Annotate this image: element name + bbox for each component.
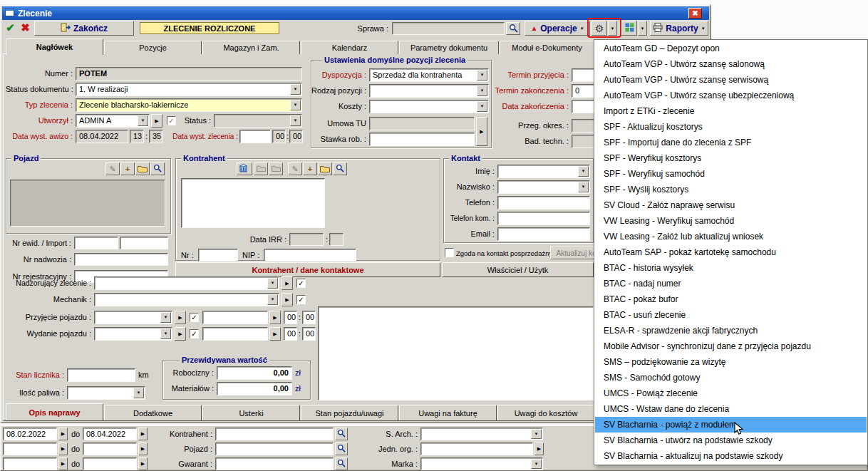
menu-item[interactable]: SPF - Wyślij kosztorys bbox=[595, 182, 867, 197]
stawka-rob-field[interactable] bbox=[369, 133, 475, 146]
menu-item[interactable]: UMCS - Wstaw dane do zlecenia bbox=[595, 401, 867, 417]
typ-zlecenia-select[interactable]: Zlecenie blacharsko-lakiernicze▼ bbox=[76, 98, 302, 112]
dyspozycja-select[interactable]: Sprzedaż dla kontrahenta▼ bbox=[369, 68, 489, 82]
tab-edokumenty[interactable]: Moduł e-Dokumenty bbox=[500, 41, 594, 54]
menu-item[interactable]: Import z ETKi - zlecenie bbox=[595, 103, 867, 119]
kontrahent-search-button[interactable] bbox=[333, 162, 347, 175]
wydanie-hh-field[interactable]: 00 bbox=[284, 327, 297, 341]
filter-pojazd-search-button[interactable] bbox=[335, 442, 348, 455]
close-button[interactable]: ✖ bbox=[688, 8, 702, 19]
date-from-field[interactable]: 08.02.2022 bbox=[3, 428, 57, 440]
jedn-org-field[interactable] bbox=[420, 442, 533, 455]
sarch-select[interactable]: ▼ bbox=[420, 428, 543, 440]
przyjecie-checkbox[interactable]: ✓ bbox=[190, 313, 199, 322]
przyjecie-hh-field[interactable]: 00 bbox=[284, 311, 297, 324]
mechanik-select[interactable]: ▼ bbox=[94, 293, 279, 306]
chevron-down-icon[interactable]: ▼ bbox=[477, 101, 487, 112]
menu-item[interactable]: BTAC - nadaj numer bbox=[595, 276, 867, 291]
chevron-down-icon[interactable]: ▼ bbox=[160, 312, 171, 323]
tab-magazyn[interactable]: Magazyn i Zam. bbox=[202, 41, 300, 54]
zlecenie-date-field[interactable] bbox=[239, 130, 271, 143]
utworzyl-arrow-button[interactable]: ▶ bbox=[151, 114, 162, 128]
chevron-down-icon[interactable]: ▼ bbox=[138, 115, 148, 126]
ilosc-paliwa-select[interactable]: ▼ bbox=[67, 386, 145, 400]
wydanie-date-field[interactable] bbox=[202, 327, 268, 341]
telefon-kom-field[interactable] bbox=[497, 212, 590, 225]
chevron-down-icon[interactable]: ▼ bbox=[160, 328, 171, 339]
mechanik-arrow-button[interactable]: ▶ bbox=[281, 293, 293, 306]
status-checkbox[interactable]: ✓ bbox=[167, 116, 176, 125]
stawka-arrow-button[interactable]: ▶ bbox=[476, 117, 487, 146]
date-to-arrow-button[interactable]: ▶ bbox=[138, 428, 148, 440]
utworzyl-select[interactable]: ADMIN A▼ bbox=[76, 114, 150, 128]
nr-nadwozia-field[interactable] bbox=[74, 253, 168, 266]
chevron-down-icon[interactable]: ▼ bbox=[290, 84, 301, 95]
kontrahent-lookup-button[interactable] bbox=[237, 162, 252, 175]
filter-pojazd-field[interactable] bbox=[215, 442, 334, 455]
menu-item[interactable]: VW Leasing - Załóż lub aktualizuj wniose… bbox=[595, 229, 867, 244]
date2-from-field[interactable] bbox=[3, 442, 57, 455]
wydanie-mm-field[interactable]: 00 bbox=[302, 327, 316, 341]
tab-usterki[interactable]: Usterki bbox=[202, 405, 300, 420]
chevron-down-icon[interactable]: ▼ bbox=[531, 429, 542, 439]
tab-pozycje[interactable]: Pozycje bbox=[104, 41, 202, 54]
nazwisko-select[interactable]: ▼ bbox=[497, 180, 590, 194]
tab-opis-naprawy[interactable]: Opis naprawy bbox=[6, 403, 103, 420]
menu-item[interactable]: UMCS - Powiąż zlecenie bbox=[595, 385, 867, 401]
date2-to-arrow-button[interactable]: ▶ bbox=[138, 442, 148, 455]
pojazd-add-button[interactable]: + bbox=[120, 162, 135, 175]
zgoda-checkbox[interactable] bbox=[445, 248, 454, 257]
email-field[interactable] bbox=[497, 227, 590, 241]
menu-item[interactable]: AutoTeam VGP - Utwórz szansę serwisową bbox=[595, 72, 867, 88]
menu-item[interactable]: SMS – podziękowanie za wizytę bbox=[595, 354, 867, 370]
chevron-down-icon[interactable]: ▼ bbox=[578, 166, 589, 177]
menu-item[interactable]: SPF - Aktualizuj kosztorys bbox=[595, 119, 867, 135]
case-search-button[interactable] bbox=[506, 22, 520, 35]
mechanik-checkbox[interactable]: ✓ bbox=[296, 295, 306, 304]
menu-item[interactable]: BTAC - usuń zlecenie bbox=[595, 307, 867, 323]
menu-item[interactable]: VW Leasing - Weryfikuj samochód bbox=[595, 213, 867, 229]
menu-item[interactable]: SV Blacharnia - utwórz na podstawie szko… bbox=[595, 433, 867, 448]
koszty-select[interactable]: ▼ bbox=[369, 100, 489, 113]
przyjecie-mm-field[interactable]: 00 bbox=[302, 311, 316, 324]
menu-item[interactable]: SV Cloud - Załóż naprawę serwisu bbox=[595, 197, 867, 213]
date-to-field[interactable]: 08.04.2022 bbox=[83, 428, 137, 440]
nip-field[interactable] bbox=[264, 249, 356, 262]
przyjecie-date-arrow-button[interactable]: ▶ bbox=[269, 311, 281, 324]
menu-item[interactable]: ELSA-R - sprawdzenie akcji fabrycznych bbox=[595, 323, 867, 338]
telefon-field[interactable] bbox=[497, 196, 590, 209]
nadzor-checkbox[interactable]: ✓ bbox=[296, 279, 306, 288]
date3-to-field[interactable] bbox=[83, 457, 137, 470]
chevron-down-icon[interactable]: ▼ bbox=[477, 86, 487, 96]
tab-uwagi-fakture[interactable]: Uwagi na fakturę bbox=[399, 405, 497, 420]
tab-kontrahent-dane[interactable]: Kontrahent / dane kontaktowe bbox=[175, 262, 440, 277]
chevron-down-icon[interactable]: ▼ bbox=[290, 115, 301, 126]
date2-from-arrow-button[interactable]: ▶ bbox=[58, 442, 68, 455]
menu-item[interactable]: SPF - Weryfikuj kosztorys bbox=[595, 150, 867, 166]
rodzaj-pozycji-select[interactable]: ▼ bbox=[369, 84, 489, 98]
date-from-arrow-button[interactable]: ▶ bbox=[58, 428, 68, 440]
status-dokumentu-select[interactable]: 1. W realizacji▼ bbox=[76, 83, 302, 96]
filter-kontrahent-search-button[interactable] bbox=[335, 428, 348, 440]
chevron-down-icon[interactable]: ▼ bbox=[477, 70, 487, 81]
jedn-org-arrow-button[interactable]: ▶ bbox=[534, 442, 544, 455]
menu-item[interactable]: AutoTeam GD – Depozyt opon bbox=[595, 41, 867, 56]
filter-gwarant-field[interactable] bbox=[215, 457, 334, 470]
menu-item[interactable]: SPF - Weryfikuj samochód bbox=[595, 166, 867, 182]
chevron-down-icon[interactable]: ▼ bbox=[578, 182, 589, 192]
kontrahent-open-button[interactable] bbox=[318, 162, 332, 175]
nr-ewid-field[interactable] bbox=[74, 237, 118, 249]
menu-item[interactable]: BTAC - pokaż bufor bbox=[595, 291, 867, 307]
imie-select[interactable]: ▼ bbox=[497, 165, 590, 178]
chevron-down-icon[interactable]: ▼ bbox=[531, 459, 542, 469]
tab-wlasciciel[interactable]: Właściciel / Użytk bbox=[442, 262, 594, 277]
nr-import-field[interactable] bbox=[120, 237, 168, 249]
menu-item[interactable]: SV Blacharnia - aktualizuj na podstawie … bbox=[595, 448, 867, 464]
nr-field[interactable] bbox=[198, 249, 238, 262]
modules-button[interactable] bbox=[621, 21, 637, 36]
menu-item[interactable]: AutoTeam SAP - pokaż kartotekę samochodu bbox=[595, 244, 867, 260]
filter-gwarant-search-button[interactable] bbox=[335, 457, 348, 470]
date2-to-field[interactable] bbox=[83, 442, 137, 455]
wydanie-arrow-button[interactable]: ▶ bbox=[175, 327, 186, 341]
tab-naglowek[interactable]: Nagłówek bbox=[6, 38, 103, 55]
